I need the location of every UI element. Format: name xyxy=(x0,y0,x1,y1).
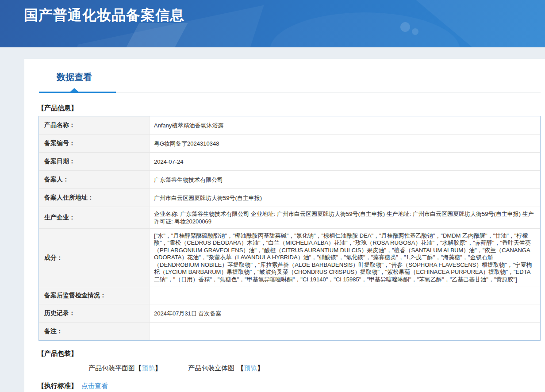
section-title-packaging: 【产品包装】 xyxy=(38,350,545,358)
row-label: 备案人： xyxy=(39,171,150,188)
row-value xyxy=(150,323,540,340)
section-title-standard: 【执行标准】 xyxy=(38,382,77,390)
row-label: 备案后监督检查情况： xyxy=(39,287,150,304)
row-label: 成分： xyxy=(39,229,150,287)
row-value xyxy=(150,287,540,304)
header-banner: 国产普通化妆品备案信息 xyxy=(0,0,545,47)
tab-bar: 数据查看 xyxy=(24,71,545,93)
row-value: 企业名称: 广东藻谷生物技术有限公司 企业地址: 广州市白云区园夏牌坊大街59号… xyxy=(150,207,540,228)
row-value: Anfany植萃精油香氛沐浴露 xyxy=(150,116,540,134)
tab-underline-active xyxy=(39,92,116,93)
bracket-close: 】 xyxy=(257,364,264,372)
row-label: 备注： xyxy=(39,323,150,340)
table-row: 备案日期： 2024-07-24 xyxy=(39,152,540,170)
packaging-section: 【产品包装】 产品包装平面图【预览】 产品包装立体图【预览】 xyxy=(24,350,545,373)
packaging-flat-preview-link[interactable]: 预览 xyxy=(142,364,155,372)
row-value: ["水"，"月桂醇聚醚硫酸酯钠"，"椰油酰胺丙基甜菜碱"，"氯化钠"，"棕榈仁油… xyxy=(150,229,540,287)
tab-data-view[interactable]: 数据查看 xyxy=(57,71,92,83)
row-value: 2024-07-24 xyxy=(150,153,540,170)
table-row: 备案编号： 粤G妆网备字2024310348 xyxy=(39,134,540,152)
page-title: 国产普通化妆品备案信息 xyxy=(24,6,184,25)
table-row: 备案人： 广东藻谷生物技术有限公司 xyxy=(39,170,540,188)
banner-decoration-circle xyxy=(412,28,418,35)
standard-row: 【执行标准】点击查看 xyxy=(38,382,545,390)
row-value: 2024年07月31日 首次备案 xyxy=(150,304,540,322)
product-info-table: 产品名称： Anfany植萃精油香氛沐浴露 备案编号： 粤G妆网备字202431… xyxy=(38,116,541,341)
table-row: 备案人住所地址： 广州市白云区园夏牌坊大街59号(自主申报) xyxy=(39,188,540,207)
row-label: 产品名称： xyxy=(39,116,150,134)
table-row: 成分： ["水"，"月桂醇聚醚硫酸酯钠"，"椰油酰胺丙基甜菜碱"，"氯化钠"，"… xyxy=(39,228,540,287)
bracket-open: 【 xyxy=(237,364,244,372)
tab-underline xyxy=(39,91,541,93)
table-row: 备注： xyxy=(39,322,540,340)
section-title-product-info: 【产品信息】 xyxy=(38,104,545,112)
bracket-open: 【 xyxy=(135,364,142,372)
row-label: 历史记录： xyxy=(39,304,150,322)
row-label: 生产企业： xyxy=(39,207,150,228)
packaging-stereo-label: 产品包装立体图 xyxy=(188,364,234,372)
row-label: 备案日期： xyxy=(39,153,150,170)
bracket-close: 】 xyxy=(155,364,161,372)
row-label: 备案编号： xyxy=(39,135,150,152)
banner-decoration-blob xyxy=(270,12,460,47)
table-row: 生产企业： 企业名称: 广东藻谷生物技术有限公司 企业地址: 广州市白云区园夏牌… xyxy=(39,207,540,228)
row-value: 粤G妆网备字2024310348 xyxy=(150,135,540,152)
content-panel: 数据查看 【产品信息】 产品名称： Anfany植萃精油香氛沐浴露 备案编号： … xyxy=(24,59,545,392)
row-value: 广州市白云区园夏牌坊大街59号(自主申报) xyxy=(150,189,540,207)
table-row: 备案后监督检查情况： xyxy=(39,287,540,304)
tab-active-arrow-icon xyxy=(70,88,78,92)
packaging-stereo-item: 产品包装立体图【预览】 xyxy=(188,364,264,373)
table-row: 历史记录： 2024年07月31日 首次备案 xyxy=(39,304,540,322)
packaging-flat-item: 产品包装平面图【预览】 xyxy=(88,364,161,373)
standard-view-link[interactable]: 点击查看 xyxy=(81,382,108,389)
packaging-flat-label: 产品包装平面图 xyxy=(88,364,135,372)
packaging-stereo-preview-link[interactable]: 预览 xyxy=(244,364,257,372)
row-label: 备案人住所地址： xyxy=(39,189,150,207)
packaging-row: 产品包装平面图【预览】 产品包装立体图【预览】 xyxy=(88,364,545,373)
row-value: 广东藻谷生物技术有限公司 xyxy=(150,171,540,188)
table-row: 产品名称： Anfany植萃精油香氛沐浴露 xyxy=(39,116,540,134)
banner-decoration-circle xyxy=(400,22,410,32)
